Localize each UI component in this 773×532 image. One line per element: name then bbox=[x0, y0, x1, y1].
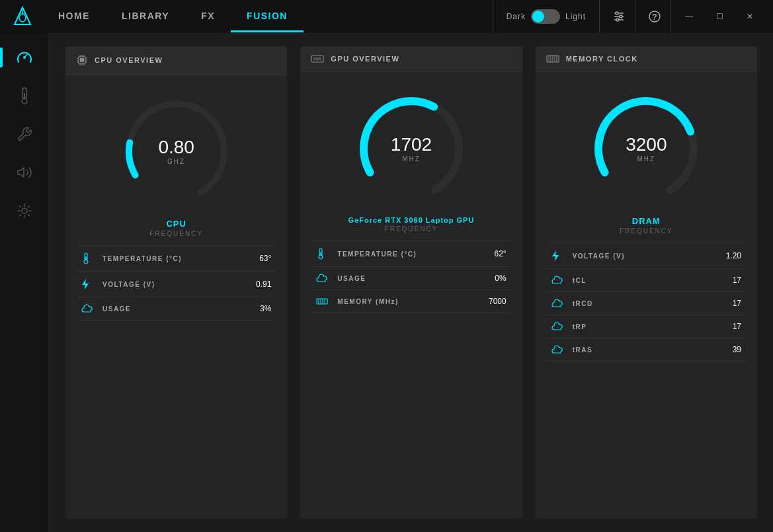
gpu-stats-table: TEMPERATURE (°C) 62° USAGE 0% bbox=[311, 241, 511, 313]
titlebar-right: Dark Light ? — ☐ ✕ bbox=[493, 0, 765, 33]
gpu-usage-value: 0% bbox=[480, 274, 507, 283]
content-area: CPU OVERVIEW 0.80 GHZ bbox=[50, 33, 773, 532]
help-icon-btn[interactable]: ? bbox=[638, 0, 671, 33]
gpu-gauge-value: 1702 bbox=[391, 135, 432, 154]
cpu-panel-header: CPU OVERVIEW bbox=[65, 46, 287, 75]
cloud-stat-icon-tcl bbox=[551, 276, 566, 285]
bolt-icon-mem bbox=[551, 250, 559, 262]
cpu-stat-temperature: TEMPERATURE (°C) 63° bbox=[76, 246, 276, 272]
mem-tcl-label: tCL bbox=[573, 277, 708, 284]
memory-stat-icon-gpu bbox=[316, 297, 331, 306]
cpu-panel-body: 0.80 GHZ CPU FREQUENCY bbox=[65, 75, 287, 519]
speaker-icon bbox=[17, 165, 32, 180]
memory-stat-trp: tRP 17 bbox=[546, 315, 747, 338]
svg-point-54 bbox=[319, 255, 323, 259]
theme-dark-label: Dark bbox=[507, 12, 526, 21]
cpu-gauge: 0.80 GHZ bbox=[117, 92, 236, 211]
window-controls: — ☐ ✕ bbox=[674, 0, 765, 33]
sidebar-item-lighting[interactable] bbox=[8, 194, 41, 227]
theme-toggle: Dark Light bbox=[493, 0, 600, 33]
sidebar-item-performance[interactable] bbox=[8, 41, 41, 74]
svg-line-24 bbox=[28, 206, 30, 207]
gpu-gauge-center: 1702 MHZ bbox=[391, 135, 432, 163]
cpu-gauge-value: 0.80 bbox=[158, 138, 194, 157]
memory-stats-table: VOLTAGE (V) 1.20 tCL 17 bbox=[546, 243, 747, 361]
svg-rect-56 bbox=[317, 299, 327, 304]
mem-trp-label: tRP bbox=[573, 323, 708, 330]
titlebar: HOME LIBRARY FX FUSION Dark Light bbox=[0, 0, 773, 33]
gpu-temp-label: TEMPERATURE (°C) bbox=[337, 250, 473, 258]
cloud-stat-icon-tras bbox=[551, 345, 566, 354]
mem-trcd-label: tRCD bbox=[573, 300, 708, 307]
gpu-stat-usage: USAGE 0% bbox=[311, 267, 511, 290]
memory-stat-tcl: tCL 17 bbox=[546, 269, 747, 292]
svg-point-14 bbox=[22, 98, 27, 104]
bolt-icon-cpu bbox=[81, 278, 89, 290]
speedometer-icon bbox=[16, 49, 33, 66]
gpu-memory-value: 7000 bbox=[480, 297, 507, 306]
cloud-icon-trcd bbox=[551, 299, 563, 308]
nav-fx[interactable]: FX bbox=[185, 1, 231, 32]
cloud-icon-tcl bbox=[551, 276, 563, 285]
cloud-icon-gpu-usage bbox=[316, 274, 328, 283]
thermometer-icon-cpu bbox=[81, 252, 91, 264]
memory-icon-gpu bbox=[316, 297, 328, 306]
sliders-icon bbox=[612, 10, 626, 23]
svg-text:?: ? bbox=[652, 13, 657, 22]
question-icon: ? bbox=[648, 10, 661, 23]
thermometer-icon-gpu bbox=[316, 248, 325, 260]
mem-voltage-label: VOLTAGE (V) bbox=[573, 252, 708, 260]
sidebar-item-temperature[interactable] bbox=[8, 79, 41, 112]
memory-panel-title: MEMORY CLOCK bbox=[566, 55, 638, 63]
gpu-panel-header: GPU OVERVIEW bbox=[300, 46, 522, 72]
sidebar-item-audio[interactable] bbox=[8, 156, 41, 189]
cloud-stat-icon-gpu-usage bbox=[316, 274, 331, 283]
svg-marker-45 bbox=[82, 279, 89, 289]
thermometer-stat-icon-gpu bbox=[316, 248, 331, 260]
cpu-usage-label: USAGE bbox=[102, 305, 238, 313]
panels-row: CPU OVERVIEW 0.80 GHZ bbox=[65, 46, 757, 519]
svg-point-6 bbox=[616, 12, 618, 15]
sidebar-item-wrench[interactable] bbox=[8, 118, 41, 151]
mem-tras-value: 39 bbox=[715, 345, 741, 354]
cpu-voltage-value: 0.91 bbox=[245, 280, 271, 289]
memory-gauge-value: 3200 bbox=[626, 135, 667, 154]
wrench-icon bbox=[17, 126, 32, 142]
gpu-panel: GPU OVERVIEW 1702 MHZ GeFor bbox=[300, 46, 522, 519]
svg-marker-16 bbox=[18, 168, 24, 177]
gpu-stat-memory: MEMORY (MHz) 7000 bbox=[311, 290, 511, 313]
gpu-header-icon bbox=[311, 54, 324, 63]
close-button[interactable]: ✕ bbox=[735, 0, 765, 33]
nav-fusion[interactable]: FUSION bbox=[231, 1, 304, 32]
minimize-button[interactable]: — bbox=[674, 0, 704, 33]
cpu-icon bbox=[76, 54, 88, 66]
cpu-temp-label: TEMPERATURE (°C) bbox=[102, 255, 238, 262]
svg-point-8 bbox=[616, 19, 619, 21]
cpu-gauge-center: 0.80 GHZ bbox=[158, 138, 194, 165]
nav-items: HOME LIBRARY FX FUSION bbox=[42, 1, 304, 32]
svg-rect-46 bbox=[311, 56, 323, 62]
svg-marker-73 bbox=[552, 250, 559, 261]
memory-gauge-unit: MHZ bbox=[626, 155, 667, 163]
cloud-icon-tras bbox=[551, 345, 563, 354]
theme-toggle-switch[interactable] bbox=[531, 9, 560, 24]
svg-point-1 bbox=[19, 14, 26, 22]
cpu-header-icon bbox=[76, 54, 88, 66]
gpu-panel-title: GPU OVERVIEW bbox=[331, 55, 399, 63]
cpu-temp-value: 63° bbox=[245, 254, 271, 263]
gpu-usage-label: USAGE bbox=[337, 275, 473, 282]
cloud-icon-trp bbox=[551, 322, 563, 331]
mem-tcl-value: 17 bbox=[715, 276, 741, 285]
cpu-voltage-label: VOLTAGE (V) bbox=[102, 281, 238, 288]
settings-icon-btn[interactable] bbox=[602, 0, 635, 33]
nav-home[interactable]: HOME bbox=[42, 1, 106, 32]
gpu-temp-value: 62° bbox=[480, 249, 507, 258]
nav-library[interactable]: LIBRARY bbox=[106, 1, 185, 32]
svg-line-23 bbox=[28, 215, 30, 216]
maximize-button[interactable]: ☐ bbox=[704, 0, 735, 33]
thermometer-stat-icon bbox=[81, 252, 96, 264]
thermometer-sidebar-icon bbox=[17, 87, 32, 105]
memory-stat-voltage: VOLTAGE (V) 1.20 bbox=[546, 243, 747, 269]
svg-point-43 bbox=[84, 260, 88, 264]
gpu-gauge-sublabel: FREQUENCY bbox=[348, 225, 475, 233]
